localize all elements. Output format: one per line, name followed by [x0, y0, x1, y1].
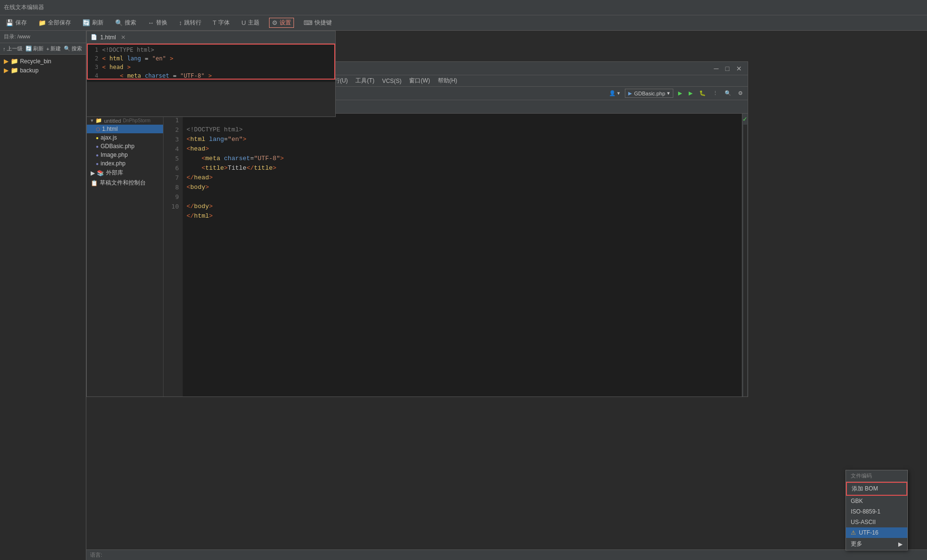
file-icon: 📄 [91, 34, 97, 40]
maximize-button[interactable]: □ [724, 65, 731, 72]
search-icon: 🔍 [115, 19, 123, 26]
second-toolbar: 💾 保存 📁 全部保存 🔄 刷新 🔍 搜索 ↔ 替换 ↕ 跳转行 T 字体 U … [0, 15, 927, 31]
encoding-gbk[interactable]: GBK [846, 496, 907, 506]
run-icon: ▶ [678, 90, 682, 96]
up-dir-button[interactable]: ↑ 上一级 [3, 45, 23, 52]
selector-icon: ▶ [628, 91, 632, 96]
code-wrapper: 1 <!DOCTYPE html> 2 <html lang="en"> 3 <… [87, 44, 335, 82]
online-code-area: 1 <!DOCTYPE html> 2 <html lang="en"> 3 <… [87, 44, 335, 82]
debug-icon: 🐛 [699, 90, 706, 96]
tree-item-external-lib[interactable]: ▶ 📚 外部库 [87, 168, 163, 178]
minimize-button[interactable]: ─ [712, 65, 721, 72]
dropdown-icon: ▾ [617, 90, 620, 96]
user-btn[interactable]: 👤 ▾ [607, 90, 622, 97]
encoding-more[interactable]: 更多 ▶ [846, 538, 907, 550]
ln-3: 3 [164, 135, 179, 144]
menu-window[interactable]: 窗口(W) [406, 76, 433, 85]
search-toolbar-btn[interactable]: 🔍 [723, 90, 733, 97]
online-editor-titlebar: 📄 1.html ✕ [87, 31, 335, 44]
tree-item-backup[interactable]: ▶ 📁 backup [0, 66, 86, 75]
status-language: 语言: [90, 551, 102, 559]
settings-toolbar-btn[interactable]: ⚙ [736, 90, 745, 97]
code-content: 1 2 3 4 5 6 7 8 9 10 <!DOCTYPE html> <ht… [164, 114, 742, 397]
search-icon: 🔍 [725, 90, 731, 96]
ide-title-right: ─ □ ✕ [712, 65, 744, 72]
sidebar-refresh-button[interactable]: 🔄 刷新 [25, 45, 44, 52]
code-line-1: 1 <!DOCTYPE html> [89, 46, 333, 54]
submenu-arrow: ▶ [898, 541, 903, 548]
sidebar-refresh-icon: 🔄 [25, 46, 32, 52]
encoding-add-bom[interactable]: 添加 BOM [846, 482, 907, 496]
ln-5: 5 [164, 154, 179, 163]
main-layout: 目录: /www ↑ 上一级 🔄 刷新 + 新建 🔍 搜索 ▶ � [0, 31, 927, 560]
font-button[interactable]: T 字体 [211, 18, 232, 28]
save-button[interactable]: 💾 保存 [4, 18, 29, 28]
drafts-icon: 📋 [91, 180, 98, 187]
ide-file-tree: ▾ 📁 untitled DnPhpStorm ⬡ 1.html ● ajax.… [87, 114, 164, 397]
run-btn[interactable]: ▶ [676, 90, 684, 97]
code-editor[interactable]: <!DOCTYPE html> <html lang="en"> <head> … [183, 114, 742, 397]
settings-button[interactable]: ⚙ 设置 [269, 18, 294, 28]
encoding-dropdown: 文件编码 添加 BOM GBK ISO-8859-1 US-ASCII ⚠ UT… [845, 470, 908, 550]
goto-line-button[interactable]: ↕ 跳转行 [177, 18, 203, 28]
project-selector[interactable]: ▶ GDBasic.php ▾ [625, 89, 673, 98]
search-button[interactable]: 🔍 搜索 [113, 18, 138, 28]
app-title: 在线文本编辑器 [4, 3, 44, 12]
online-editor-tab-label: 1.html [100, 34, 116, 41]
html-file-icon: ⬡ [96, 127, 100, 132]
ide-container: 📄 1.html ✕ 1 <!DOCTYPE html> 2 <ht [86, 31, 927, 560]
debug-btn[interactable]: 🐛 [697, 90, 708, 97]
sidebar-toolbar: ↑ 上一级 🔄 刷新 + 新建 🔍 搜索 [0, 43, 86, 55]
tree-arrow: ▾ [91, 117, 94, 124]
more-toolbar-btn[interactable]: ⋮ [711, 90, 720, 97]
save-icon: 💾 [6, 19, 13, 26]
menu-vcs[interactable]: VCS(S) [379, 77, 405, 85]
tree-item-1html[interactable]: ⬡ 1.html [87, 125, 163, 133]
ln-9: 9 [164, 192, 179, 202]
run-green-btn[interactable]: ▶ [687, 90, 694, 97]
sidebar: 目录: /www ↑ 上一级 🔄 刷新 + 新建 🔍 搜索 ▶ � [0, 31, 86, 560]
refresh-button[interactable]: 🔄 刷新 [81, 18, 106, 28]
user-icon: 👤 [609, 90, 616, 96]
replace-icon: ↔ [148, 19, 154, 26]
run2-icon: ▶ [689, 90, 692, 96]
new-file-button[interactable]: + 新建 [47, 45, 61, 52]
replace-button[interactable]: ↔ 替换 [146, 18, 169, 28]
menu-tools[interactable]: 工具(T) [352, 76, 377, 85]
encoding-iso[interactable]: ISO-8859-1 [846, 506, 907, 517]
line-numbers: 1 2 3 4 5 6 7 8 9 10 [164, 114, 183, 397]
settings2-icon: ⚙ [738, 90, 743, 96]
ln-10: 10 [164, 202, 179, 211]
shortcuts-button[interactable]: ⌨ 快捷键 [302, 18, 334, 28]
encoding-usascii[interactable]: US-ASCII [846, 517, 907, 527]
tree-item-gdbasic[interactable]: ● GDBasic.php [87, 142, 163, 151]
tree-item-drafts[interactable]: 📋 草稿文件和控制台 [87, 178, 163, 188]
file-manager-header: 目录: /www [0, 31, 86, 43]
new-icon: + [47, 46, 49, 52]
sidebar-search-button[interactable]: 🔍 搜索 [64, 45, 82, 52]
tree-item-indexphp[interactable]: ● index.php [87, 159, 163, 168]
tree-item-imagephp[interactable]: ● Image.php [87, 151, 163, 159]
encoding-utf16[interactable]: ⚠ UTF-16 [846, 527, 907, 538]
tree-item-ajax[interactable]: ● ajax.js [87, 133, 163, 142]
close-button[interactable]: ✕ [734, 65, 744, 72]
encoding-header: 文件编码 [846, 470, 907, 482]
ln-8: 8 [164, 183, 179, 192]
close-tab-btn[interactable]: ✕ [121, 34, 126, 41]
tree-item-recycle[interactable]: ▶ 📁 Recycle_bin [0, 57, 86, 66]
selector-dropdown: ▾ [667, 90, 670, 96]
folder-icon: ▶ 📁 [4, 58, 18, 65]
status-bar: 语言: [86, 549, 927, 560]
selector-label: GDBasic.php [634, 91, 665, 96]
toolbar-right: 👤 ▾ ▶ GDBasic.php ▾ ▶ ▶ 🐛 [607, 89, 745, 98]
folder-icon: 📁 [95, 117, 102, 124]
directory-label: 目录: /www [4, 33, 30, 40]
sidebar-tree: ▶ 📁 Recycle_bin ▶ 📁 backup [0, 55, 86, 560]
ext-lib-icon: 📚 [97, 170, 104, 176]
save-all-button[interactable]: 📁 全部保存 [36, 18, 73, 28]
menu-help[interactable]: 帮助(H) [435, 76, 460, 85]
theme-button[interactable]: U 主题 [239, 18, 261, 28]
ln-4: 4 [164, 144, 179, 154]
folder-icon: ▶ 📁 [4, 67, 18, 74]
online-editor-window: 📄 1.html ✕ 1 <!DOCTYPE html> 2 <ht [86, 31, 336, 117]
